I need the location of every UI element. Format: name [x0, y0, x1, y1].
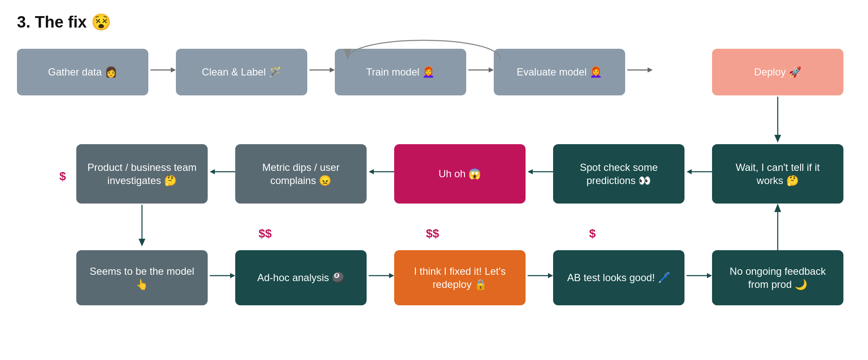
svg-marker-10	[774, 135, 781, 142]
arrow-mid-1	[687, 167, 712, 178]
svg-marker-20	[139, 239, 145, 246]
svg-marker-28	[707, 273, 712, 278]
arrow-bot-2	[369, 271, 394, 282]
arrow-mid-3	[369, 167, 394, 178]
dollar-adhoc: $$	[259, 227, 272, 240]
svg-marker-24	[389, 273, 394, 278]
svg-marker-14	[528, 169, 533, 174]
arrow-bot-1	[210, 271, 235, 282]
svg-marker-30	[774, 204, 781, 212]
svg-marker-1	[171, 67, 176, 73]
box-spot-check: Spot check some predictions 👀	[553, 144, 684, 204]
dollar-product: $	[59, 170, 66, 183]
v-arrow-product-seems	[136, 205, 148, 247]
arrow-3	[468, 66, 494, 76]
svg-marker-12	[687, 169, 692, 174]
svg-marker-5	[489, 67, 494, 73]
box-uh-oh: Uh oh 😱	[394, 144, 526, 204]
dollar-think: $$	[426, 227, 439, 240]
box-product-team: Product / business team investigates 🤔	[76, 144, 208, 204]
svg-marker-3	[330, 67, 335, 73]
box-wait-cant-tell: Wait, I can't tell if it works 🤔	[712, 144, 843, 204]
box-clean-label: Clean & Label 🪄	[176, 49, 307, 95]
v-arrow-nofeedback-wait	[771, 204, 784, 250]
arrow-2	[309, 66, 335, 76]
arrow-1	[150, 66, 176, 76]
arrow-4	[627, 66, 653, 76]
curved-arrow	[339, 25, 517, 64]
v-arrow-deploy-wait	[771, 97, 784, 143]
box-metric-dips: Metric dips / user complains 😠	[235, 144, 367, 204]
dollar-spot: $	[589, 227, 596, 240]
box-think-fixed: I think I fixed it! Let's redeploy 🔒	[394, 250, 526, 305]
svg-marker-22	[230, 273, 235, 278]
svg-marker-16	[369, 169, 374, 174]
svg-marker-7	[648, 67, 653, 73]
box-ab-test: AB test looks good! 🖊️	[553, 250, 684, 305]
box-deploy: Deploy 🚀	[712, 49, 843, 95]
page-container: 3. The fix 😵 Gather data 👩 Clean & Label…	[0, 0, 868, 360]
box-seems-model: Seems to be the model 👆	[76, 250, 208, 305]
box-no-feedback: No ongoing feedback from prod 🌙	[712, 250, 843, 305]
svg-marker-26	[548, 273, 553, 278]
svg-marker-18	[210, 169, 215, 174]
box-adhoc-analysis: Ad-hoc analysis 🎱	[235, 250, 367, 305]
arrow-bot-3	[528, 271, 553, 282]
box-gather-data: Gather data 👩	[17, 49, 148, 95]
arrow-mid-2	[528, 167, 553, 178]
arrow-bot-4	[687, 271, 712, 282]
arrow-mid-4	[210, 167, 235, 178]
